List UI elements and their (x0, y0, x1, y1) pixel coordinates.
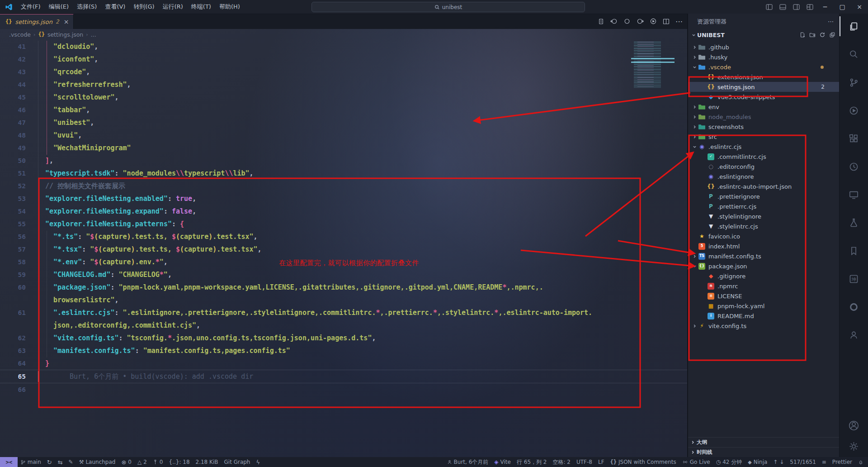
code-line[interactable]: browserslistrc", (0, 294, 687, 306)
code-line[interactable]: 42"iconfont", (0, 53, 687, 66)
breadcrumb-item[interactable]: ... (91, 31, 96, 38)
breadcrumb[interactable]: .vscode›{}settings.json›... (0, 29, 696, 40)
activity-settings-gear-icon[interactable] (840, 436, 868, 456)
tab-close-icon[interactable]: × (64, 18, 69, 25)
tree-item-src[interactable]: src (688, 132, 840, 142)
tree-item-node_modules[interactable]: node_modules (688, 112, 840, 122)
change-icon[interactable] (623, 18, 631, 25)
collapse-all-icon[interactable] (829, 32, 835, 38)
tree-item-favicon.ico[interactable]: ★favicon.ico (688, 231, 840, 241)
status-item-517-1651[interactable]: 517/1651 (790, 459, 816, 465)
refresh-icon[interactable] (819, 32, 826, 38)
code-line[interactable]: 52// 控制相关文件嵌套展示 (0, 180, 687, 192)
status-item-icon[interactable]: ↻ (47, 459, 52, 466)
status-item--65-2[interactable]: 行 65，列 2 (517, 458, 547, 466)
status-item-42-[interactable]: ◷42 分钟 (716, 458, 742, 466)
tree-item-.stylelintignore[interactable]: ▼.stylelintignore (688, 211, 840, 221)
code-line[interactable]: 61".eslintrc.cjs": ".eslintignore,.prett… (0, 306, 687, 319)
tree-item-LICENSE[interactable]: ≡LICENSE (688, 291, 840, 301)
breadcrumb-item[interactable]: settings.json (47, 31, 83, 38)
code-line[interactable]: 50], (0, 154, 687, 167)
activity-explorer-icon[interactable] (840, 16, 868, 36)
customize-layout-icon[interactable] (803, 0, 816, 14)
status-item-2[interactable]: △2 (137, 459, 147, 465)
activity-history-clock-icon[interactable] (840, 157, 868, 176)
tree-item-.husky[interactable]: .husky (688, 52, 840, 62)
status-item-2-18-kib[interactable]: 2.18 KiB (196, 459, 218, 465)
code-line[interactable]: 63"manifest.config.ts": "manifest.config… (0, 344, 687, 357)
code-line[interactable]: json,.editorconfig,.commitlint.cjs", (0, 319, 687, 332)
code-line[interactable]: 48"uvui", (0, 129, 687, 142)
status-item--18[interactable]: {..}: 18 (169, 459, 190, 465)
activity-source-control-icon[interactable] (840, 72, 868, 92)
code-line[interactable]: 60"package.json": "pnpm-lock.yaml,pnpm-w… (0, 281, 687, 294)
menu-item[interactable]: 帮助(H) (215, 3, 244, 10)
status-item-launchpad[interactable]: ⚒Launchpad (79, 459, 116, 465)
minimap[interactable] (631, 42, 675, 89)
menu-item[interactable]: 文件(F) (17, 3, 45, 10)
toggle-panel-icon[interactable] (776, 0, 789, 14)
status-item-icon[interactable] (858, 459, 863, 465)
tree-item-env[interactable]: env (688, 102, 840, 112)
tree-item-pnpm-lock.yaml[interactable]: ▦pnpm-lock.yaml (688, 301, 840, 311)
code-line[interactable]: 55"explorer.fileNesting.patterns": { (0, 218, 687, 230)
command-center-search[interactable]: unibest (311, 2, 585, 12)
remote-indicator[interactable]: >< (0, 457, 18, 467)
activity-donut-icon[interactable] (840, 297, 868, 317)
status-item--[interactable]: ≡ (822, 459, 826, 465)
open-changes-icon[interactable] (598, 18, 604, 25)
activity-account-icon[interactable] (840, 415, 868, 435)
status-item-lf[interactable]: LF (598, 459, 604, 465)
code-line[interactable]: 66 (0, 383, 687, 396)
code-line[interactable]: 57"*.tsx": "$(capture).test.ts, $(captur… (0, 243, 687, 256)
status-item-utf-8[interactable]: UTF-8 (576, 459, 592, 465)
code-line[interactable]: 64} (0, 357, 687, 370)
activity-testing-flask-icon[interactable] (840, 213, 868, 233)
new-folder-icon[interactable] (809, 32, 816, 38)
status-item-ninja[interactable]: ◆Ninja (748, 459, 767, 465)
activity-person-badge-icon[interactable] (840, 325, 868, 345)
status-item-0[interactable]: 0 (153, 459, 163, 465)
code-line[interactable]: 49"WechatMiniprogram" (0, 142, 687, 154)
code-line[interactable]: 47"unibest", (0, 116, 687, 129)
minimize-button[interactable]: ─ (816, 0, 834, 14)
explorer-root-unibest[interactable]: UNIBEST (688, 30, 840, 40)
tree-item-.eslintrc-auto-import.json[interactable]: {}.eslintrc-auto-import.json (688, 181, 840, 191)
tree-item-.github[interactable]: .github (688, 42, 840, 52)
tree-item-settings.json[interactable]: {}settings.json2 (688, 82, 840, 92)
code-line[interactable]: 62"vite.config.ts": "tsconfig.*.json,uno… (0, 332, 687, 344)
tree-item-index.html[interactable]: 5index.html (688, 241, 840, 251)
activity-search-icon[interactable] (840, 44, 868, 64)
code-line[interactable]: 59"CHANGELOG.md": "CHANGELOG*", (0, 268, 687, 281)
activity-bookmarks-icon[interactable] (840, 241, 868, 261)
tree-item-extensions.json[interactable]: {}extensions.json (688, 72, 840, 82)
status-item-main[interactable]: main (20, 459, 41, 465)
tree-item-.stylelintrc.cjs[interactable]: ▼.stylelintrc.cjs (688, 221, 840, 231)
status-item-icon[interactable]: ✎ (69, 459, 73, 465)
status-item--[interactable]: ↑ ↓ (773, 459, 784, 465)
tree-item-.editorconfig[interactable]: ◌.editorconfig (688, 162, 840, 172)
status-item-icon[interactable]: ⇆ (58, 459, 63, 466)
status-item-prettier[interactable]: Prettier (832, 459, 852, 465)
activity-kun-icon[interactable]: 坤 (840, 269, 868, 289)
tree-item-.gitignore[interactable]: ◆.gitignore (688, 271, 840, 281)
code-line[interactable]: 41"dcloudio", (0, 40, 687, 53)
tree-item-.eslintrc.cjs[interactable]: ◉.eslintrc.cjs (688, 142, 840, 152)
menu-item[interactable]: 终端(T) (187, 3, 215, 10)
menu-item[interactable]: 查看(V) (101, 3, 129, 10)
tree-item-.npmrc[interactable]: n.npmrc (688, 281, 840, 291)
status-item--2[interactable]: 空格: 2 (552, 458, 571, 466)
previous-change-icon[interactable] (610, 18, 618, 25)
menu-item[interactable]: 选择(S) (73, 3, 101, 10)
activity-remote-monitor-icon[interactable] (840, 185, 868, 205)
close-button[interactable]: × (851, 0, 868, 14)
code-line[interactable]: 44"refresherrefresh", (0, 78, 687, 91)
section-timeline[interactable]: 时间线 (688, 447, 840, 457)
code-line[interactable]: 65Burt, 6个月前 • build(vscode): add .vscod… (0, 370, 687, 383)
status-item-json-with-comments[interactable]: {}JSON with Comments (610, 459, 676, 465)
status-item-0[interactable]: ⊗0 (121, 459, 132, 466)
tab-settings-json[interactable]: {} settings.json 2 × (0, 14, 74, 29)
status-item-git-graph[interactable]: Git Graph (224, 459, 250, 465)
tree-item-.prettierignore[interactable]: P.prettierignore (688, 191, 840, 201)
menu-item[interactable]: 运行(R) (159, 3, 187, 10)
